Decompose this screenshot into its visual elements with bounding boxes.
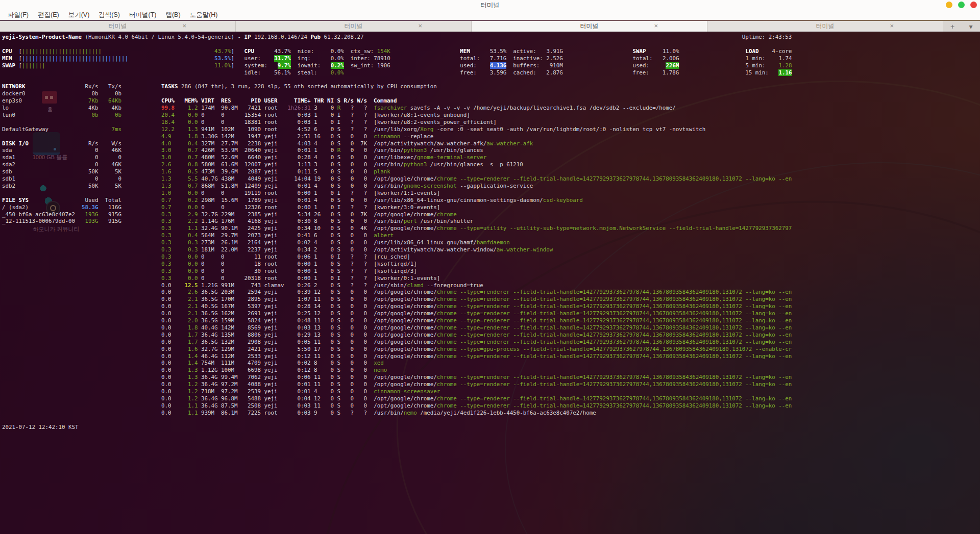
menu-item-5[interactable]: 탭(B) xyxy=(161,10,185,20)
terminal-line: 0.0 1.2 36.4G 96.8M 5488 yeji 0:04 12 0 … xyxy=(2,395,792,402)
menu-item-6[interactable]: 도움말(H) xyxy=(185,10,223,20)
terminal-line: / (sda2) 58.3G 116G 0.7 0.0 0 0 12326 ro… xyxy=(2,204,440,211)
terminal-line: 0.3 0.0 0 0 18 root 0:00 1 0 S ? ? [ksof… xyxy=(2,261,417,268)
menu-item-2[interactable]: 보기(V) xyxy=(64,10,94,20)
menu-item-3[interactable]: 검색(S) xyxy=(94,10,125,20)
terminal-line: 0.0 1.1 939M 86.1M 7225 root 0:03 9 0 S … xyxy=(2,410,596,417)
terminal-line: 0.0 2.1 36.5G 162M 2691 yeji 0:25 12 0 S… xyxy=(2,310,792,317)
screen: 터미널 파일(F)편집(E)보기(V)검색(S)터미널(T)탭(B)도움말(H)… xyxy=(0,0,980,534)
terminal-line: 0.0 1.7 36.4G 135M 8806 yeji 0:29 13 0 S… xyxy=(2,332,792,339)
new-tab-button[interactable]: + xyxy=(943,21,962,32)
window-titlebar[interactable]: 터미널 xyxy=(0,0,980,10)
terminal-line: 0.0 1.8 40.4G 142M 8569 yeji 0:03 13 0 S… xyxy=(2,324,792,332)
terminal-line: sda1 0 0 3.0 0.7 480M 52.6M 6640 yeji 0:… xyxy=(2,154,486,161)
terminal-line: _450-bf6a-ac63e8c407e2 193G 915G 0.3 2.9… xyxy=(2,211,457,218)
terminal-line: sdb2 50K 5K 1.3 0.7 868M 51.8M 12409 yej… xyxy=(2,183,533,190)
terminal-line: 0.3 0.0 0 0 11 root 0:06 1 0 I ? ? [rcu_… xyxy=(2,253,410,261)
maximize-button[interactable] xyxy=(958,2,965,8)
terminal-line: 0.0 1.4 46.4G 112M 2533 yeji 0:12 11 0 S… xyxy=(2,353,792,360)
minimize-button[interactable] xyxy=(946,2,952,8)
terminal-line: FILE SYS Used Total 0.7 0.2 298M 15.6M 1… xyxy=(2,197,583,204)
terminal-line: tun0 0b 0b 20.4 0.0 0 0 15354 root 0:03 … xyxy=(2,112,470,119)
tab-label: 터미널 xyxy=(109,22,127,31)
menu-item-0[interactable]: 파일(F) xyxy=(3,10,33,20)
terminal-line: 0.0 12.5 1.21G 991M 743 clamav 0:26 2 0 … xyxy=(2,282,483,289)
terminal-line: yeji-System-Product-Name (HamoniKR 4.0 6… xyxy=(2,34,792,41)
terminal-line: sda2 0 46K 2.6 0.8 580M 61.6M 12007 yeji… xyxy=(2,161,523,168)
terminal-line: SWAP [||||||| 11.0%] system: 9.7% iowait… xyxy=(2,62,792,69)
menu-item-4[interactable]: 터미널(T) xyxy=(125,10,161,20)
terminal-line: 0.0 1.2 718M 97.2M 2539 yeji 0:01 4 0 S … xyxy=(2,388,440,395)
menubar: 파일(F)편집(E)보기(V)검색(S)터미널(T)탭(B)도움말(H) xyxy=(0,10,980,20)
terminal-line: 0.3 0.4 564M 29.7M 2073 yeji 0:41 6 0 S … xyxy=(2,232,394,239)
menu-item-1[interactable]: 편집(E) xyxy=(33,10,64,20)
terminal-line: 0.0 1.6 32.7G 129M 2421 yeji 5:50 17 0 S… xyxy=(2,346,792,353)
terminal-line: MEM [|||||||||||||||||||||||||||||||| 53… xyxy=(2,55,792,62)
terminal-line: 0.0 1.3 1.12G 100M 6698 yeji 0:12 8 0 S … xyxy=(2,367,387,374)
terminal-line: sdb 50K 5K 1.6 0.5 473M 39.6M 2087 yeji … xyxy=(2,168,390,175)
terminal-line: 2021-07-12 12:42:10 KST xyxy=(2,424,79,431)
terminal-line: 1.0 0.0 0 0 19119 root 0:00 1 0 I ? ? [k… xyxy=(2,190,440,197)
terminal-line: 0.3 0.0 0 0 30 root 0:00 1 0 S ? ? [ksof… xyxy=(2,268,417,275)
tab-close-icon[interactable]: × xyxy=(890,22,894,30)
terminal-line: DefaultGateway 7ms 12.2 1.3 941M 102M 10… xyxy=(2,126,705,133)
glances-output: yeji-System-Product-Name (HamoniKR 4.0 6… xyxy=(0,32,980,534)
terminal-line: 0.3 1.1 32.4G 90.1M 2425 yeji 0:34 10 0 … xyxy=(2,225,792,232)
tab-terminal-0[interactable]: 터미널× xyxy=(0,21,236,32)
terminal-line: 0.3 0.3 181M 22.0M 2237 yeji 0:34 2 0 S … xyxy=(2,246,553,253)
window-title: 터미널 xyxy=(0,1,980,10)
terminal-line: 0.0 1.1 36.4G 87.5M 2508 yeji 0:03 11 0 … xyxy=(2,402,792,410)
terminal-line: _12-111513-000679dd-00 193G 915G 0.3 2.2… xyxy=(2,218,473,225)
terminal-line: CPU [|||||||||||||||||||||||| 43.7%] CPU… xyxy=(2,48,792,55)
terminal-line: 0.0 2.1 36.5G 170M 2895 yeji 1:07 11 0 S… xyxy=(2,296,792,303)
tab-close-icon[interactable]: × xyxy=(182,22,186,30)
tab-label: 터미널 xyxy=(345,22,363,31)
terminal-line: sdb1 0 0 1.3 5.5 40.7G 438M 4049 yeji 14… xyxy=(2,175,792,183)
tab-close-icon[interactable]: × xyxy=(418,22,422,30)
terminal-line: 0.0 2.1 40.5G 167M 5397 yeji 0:28 14 0 S… xyxy=(2,303,792,310)
terminal-line: 0.0 1.4 754M 111M 4709 yeji 0:02 8 0 S 0… xyxy=(2,360,384,367)
tab-label: 터미널 xyxy=(580,22,599,31)
tab-terminal-1[interactable]: 터미널× xyxy=(236,21,472,32)
terminal-line: 0.3 0.0 0 0 20318 root 0:00 1 0 I ? ? [k… xyxy=(2,275,440,282)
tab-list-chevron-down-icon[interactable]: ▾ xyxy=(962,21,980,32)
terminal-line: enp3s0 7Kb 64Kb CPU% MEM% VIRT RES PID U… xyxy=(2,97,397,105)
terminal-line: 0.3 0.3 273M 26.1M 2164 yeji 0:02 4 0 S … xyxy=(2,239,510,246)
tab-label: 터미널 xyxy=(816,22,835,31)
tabbar: 터미널×터미널×터미널×터미널×+▾ xyxy=(0,21,980,32)
close-button[interactable] xyxy=(970,2,977,8)
tab-terminal-2[interactable]: 터미널× xyxy=(472,21,707,32)
terminal-line: 0.0 1.3 36.4G 99.4M 7062 yeji 0:06 11 0 … xyxy=(2,374,792,381)
terminal-line: DISK I/O R/s W/s 4.0 0.4 327M 27.7M 2238… xyxy=(2,140,533,147)
tab-terminal-3[interactable]: 터미널× xyxy=(707,21,943,32)
terminal-line: 18.4 0.0 0 0 18381 root 0:03 1 0 I ? ? [… xyxy=(2,119,497,126)
terminal-line: NETWORK Rx/s Tx/s TASKS 286 (847 thr), 3… xyxy=(2,83,437,90)
terminal-line: 4.9 1.8 3.30G 142M 1947 yeji 2:51 16 0 S… xyxy=(2,133,433,140)
terminal-line: 0.0 2.6 36.5G 203M 2594 yeji 0:39 12 0 S… xyxy=(2,289,792,296)
terminal-window[interactable]: 홈 1000 GB 볼륨 하모니카 커뮤니티 yeji-System-Produ… xyxy=(0,32,980,534)
terminal-line: docker0 0b 0b xyxy=(2,90,121,97)
terminal-line: idle: 56.1% steal: 0.0% free: 3.59G cach… xyxy=(2,69,792,77)
terminal-line: 0.0 2.0 36.5G 159M 5824 yeji 0:48 11 0 S… xyxy=(2,317,792,324)
tab-close-icon[interactable]: × xyxy=(654,22,658,30)
terminal-line: lo 4Kb 4Kb 99.8 1.2 174M 90.8M 7421 root… xyxy=(2,105,676,112)
terminal-line: sda 0 46K 3.0 0.7 426M 53.9M 20640 yeji … xyxy=(2,147,483,154)
terminal-line: 0.0 1.7 36.5G 132M 2908 yeji 0:05 11 0 S… xyxy=(2,339,792,346)
terminal-line: 0.0 1.2 36.4G 97.2M 4088 yeji 0:01 11 0 … xyxy=(2,381,792,388)
